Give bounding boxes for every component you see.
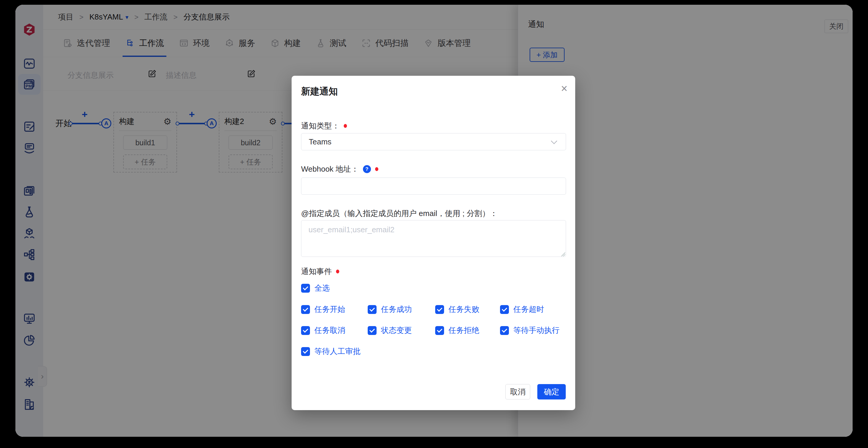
checkbox-task-reject[interactable]: 任务拒绝: [435, 325, 500, 335]
checkbox-task-start[interactable]: 任务开始: [301, 304, 368, 315]
modal-close-icon[interactable]: ×: [561, 83, 567, 94]
help-circle-icon[interactable]: ?: [363, 165, 371, 173]
required-dot-icon: [344, 124, 347, 128]
app-window: PM: [16, 5, 852, 437]
checkbox-checked-icon[interactable]: [435, 326, 444, 335]
checkbox-checked-icon[interactable]: [500, 305, 509, 314]
checkbox-wait-approval[interactable]: 等待人工审批: [301, 346, 566, 357]
checkbox-wait-manual[interactable]: 等待手动执行: [500, 325, 566, 335]
selected-type: Teams: [309, 137, 332, 147]
notification-type-select[interactable]: Teams: [301, 133, 566, 150]
checkbox-checked-icon[interactable]: [301, 347, 310, 356]
modal-title: 新建通知: [301, 85, 338, 98]
checkbox-checked-icon[interactable]: [368, 305, 377, 314]
checkbox-task-fail[interactable]: 任务失败: [435, 304, 500, 315]
webhook-input[interactable]: [301, 178, 566, 195]
checkbox-task-cancel[interactable]: 任务取消: [301, 325, 368, 335]
webhook-label: Webhook 地址：: [301, 164, 359, 174]
events-label: 通知事件: [301, 266, 332, 277]
resize-handle[interactable]: [561, 252, 565, 256]
checkbox-task-timeout[interactable]: 任务超时: [500, 304, 566, 315]
members-textarea[interactable]: [301, 220, 566, 257]
ok-button[interactable]: 确定: [537, 384, 566, 399]
checkbox-checked-icon[interactable]: [301, 305, 310, 314]
checkbox-task-success[interactable]: 任务成功: [368, 304, 435, 315]
required-dot-icon: [336, 269, 339, 274]
checkbox-checked-icon[interactable]: [301, 284, 310, 293]
checkbox-checked-icon[interactable]: [435, 305, 444, 314]
required-dot-icon: [375, 167, 378, 171]
checkbox-checked-icon[interactable]: [500, 326, 509, 335]
cancel-button[interactable]: 取消: [505, 384, 530, 399]
checkbox-status-change[interactable]: 状态变更: [368, 325, 435, 335]
chevron-down-icon: [551, 138, 557, 144]
new-notification-modal: 新建通知 × 通知类型： Teams Webhook 地址： ? @指定成员（输…: [291, 76, 575, 410]
checkbox-checked-icon[interactable]: [368, 326, 377, 335]
checkbox-checked-icon[interactable]: [301, 326, 310, 335]
type-label: 通知类型：: [301, 121, 340, 131]
checkbox-select-all[interactable]: 全选: [301, 283, 566, 293]
members-label: @指定成员（输入指定成员的用户 email，使用 ; 分割）：: [301, 208, 497, 219]
